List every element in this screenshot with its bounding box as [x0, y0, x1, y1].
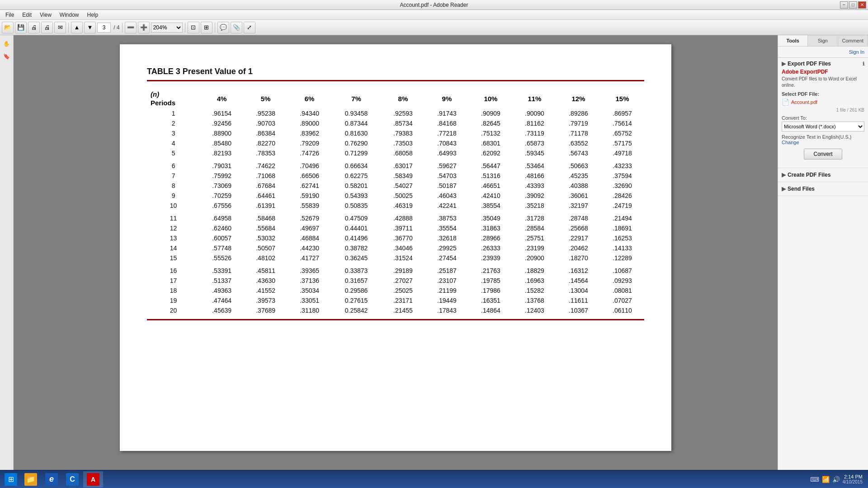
menu-file[interactable]: File: [2, 11, 18, 19]
value-cell: .63017: [381, 160, 425, 171]
convert-button[interactable]: Convert: [804, 149, 842, 160]
taskbar-app-c[interactable]: C: [62, 471, 82, 488]
period-cell: 12: [147, 223, 200, 233]
period-cell: 9: [147, 191, 200, 201]
value-cell: .91743: [425, 108, 469, 118]
value-cell: .34046: [381, 243, 425, 253]
table-row: 7.75992.71068.665060.62275.58349.54703.5…: [147, 171, 644, 181]
toolbar-fit-width[interactable]: ⊞: [201, 22, 212, 33]
value-cell: 0.25842: [331, 305, 381, 315]
start-button[interactable]: ⊞: [2, 471, 20, 488]
value-cell: .50507: [244, 243, 288, 253]
tab-comment[interactable]: Comment: [838, 35, 868, 46]
toolbar-open[interactable]: 📂: [2, 22, 14, 33]
toolbar-sep4: [215, 23, 215, 33]
value-cell: .67684: [244, 181, 288, 191]
toolbar-comment[interactable]: 💬: [217, 22, 229, 33]
value-cell: .45235: [557, 171, 600, 181]
value-cell: .31524: [381, 253, 425, 264]
toolbar-next-page[interactable]: ▼: [84, 22, 96, 33]
value-cell: .59345: [513, 148, 557, 160]
send-files-section[interactable]: ▶ Send Files: [778, 182, 868, 196]
page-number-input[interactable]: [97, 23, 111, 33]
period-cell: 3: [147, 128, 200, 138]
sidebar-bookmark[interactable]: 🔖: [2, 52, 12, 61]
convert-to-select[interactable]: Microsoft Word (*.docx) Microsoft Excel …: [782, 122, 864, 131]
value-cell: .68058: [381, 148, 425, 160]
value-cell: .28748: [557, 212, 600, 223]
value-cell: .12403: [513, 305, 557, 315]
red-rule-bottom: [147, 319, 644, 320]
sign-in-link[interactable]: Sign In: [778, 47, 868, 58]
value-cell: .49718: [600, 148, 644, 160]
file-info: 📄 Account.pdf: [782, 99, 864, 106]
value-cell: .90703: [244, 118, 288, 128]
menu-window[interactable]: Window: [56, 11, 83, 19]
value-cell: .28966: [469, 233, 513, 243]
tab-sign[interactable]: Sign: [808, 35, 838, 46]
restore-button[interactable]: □: [849, 1, 857, 9]
value-cell: .32197: [557, 201, 600, 212]
value-cell: .23171: [381, 296, 425, 305]
tray-keyboard-icon: ⌨: [810, 476, 819, 483]
period-cell: 7: [147, 171, 200, 181]
page-total: / 4: [112, 24, 120, 31]
change-link[interactable]: Change: [782, 140, 799, 145]
toolbar-fit-page[interactable]: ⊡: [188, 22, 199, 33]
sidebar-hand-tool[interactable]: ✋: [2, 39, 12, 49]
export-pdf-header[interactable]: ▶ Export PDF Files ℹ: [782, 61, 864, 67]
toolbar-save[interactable]: 💾: [15, 22, 27, 33]
toolbar-zoom-out[interactable]: ➖: [125, 22, 137, 33]
period-cell: 8: [147, 181, 200, 191]
col-header-11pct: 11%: [513, 89, 557, 108]
table-row: 10.67556.61391.558390.50835.46319.42241.…: [147, 201, 644, 212]
minimize-button[interactable]: −: [840, 1, 848, 9]
close-button[interactable]: ✕: [858, 1, 866, 9]
tab-tools[interactable]: Tools: [778, 35, 808, 46]
value-cell: .82270: [244, 138, 288, 148]
toolbar-expand[interactable]: ⤢: [244, 22, 255, 33]
tray-clock[interactable]: 2:14 PM 4/10/2015: [843, 474, 863, 484]
menu-view[interactable]: View: [36, 11, 55, 19]
toolbar-prev-page[interactable]: ▲: [71, 22, 83, 33]
adobe-label: Adobe ExportPDF: [782, 69, 864, 75]
col-header-8pct: 8%: [381, 89, 425, 108]
value-cell: .18691: [600, 223, 644, 233]
value-cell: .89286: [557, 108, 600, 118]
create-pdf-section[interactable]: ▶ Create PDF Files: [778, 168, 868, 182]
export-pdf-title: Export PDF Files: [788, 61, 831, 67]
export-description: Convert PDF files to to Word or Excel on…: [782, 76, 864, 89]
toolbar-email[interactable]: ✉: [54, 22, 66, 33]
value-cell: .90090: [513, 108, 557, 118]
value-cell: .13004: [557, 286, 600, 296]
toolbar-zoom-in[interactable]: ➕: [138, 22, 150, 33]
toolbar-print-setup[interactable]: 🖨: [28, 22, 40, 33]
toolbar-attach[interactable]: 📎: [231, 22, 242, 33]
period-cell: 1: [147, 108, 200, 118]
adobe-icon: A: [87, 473, 99, 486]
value-cell: .17843: [425, 305, 469, 315]
toolbar-print[interactable]: 🖨: [41, 22, 53, 33]
zoom-select[interactable]: 204% 100% 150% 75%: [151, 23, 183, 33]
table-header-periods: (n) Periods: [147, 89, 200, 108]
menu-help[interactable]: Help: [84, 11, 102, 19]
value-cell: 0.44401: [331, 223, 381, 233]
value-cell: .74726: [288, 148, 331, 160]
value-cell: .31863: [469, 223, 513, 233]
value-cell: .46319: [381, 201, 425, 212]
taskbar-tray: ⌨ 📶 🔊 2:14 PM 4/10/2015: [810, 474, 867, 484]
value-cell: .32618: [425, 233, 469, 243]
menu-edit[interactable]: Edit: [19, 11, 35, 19]
taskbar-ie[interactable]: e: [42, 471, 61, 488]
value-cell: .09293: [600, 276, 644, 286]
taskbar-file-explorer[interactable]: 📁: [21, 471, 41, 488]
table-row: 17.51337.43630.371360.31657.27027.23107.…: [147, 276, 644, 286]
value-cell: .94340: [288, 108, 331, 118]
taskbar-adobe[interactable]: A: [83, 471, 103, 488]
col-header-10pct: 10%: [469, 89, 513, 108]
value-cell: .46651: [469, 181, 513, 191]
toolbar: 📂 💾 🖨 🖨 ✉ ▲ ▼ / 4 ➖ ➕ 204% 100% 150% 75%…: [0, 20, 868, 35]
period-cell: 11: [147, 212, 200, 223]
value-cell: .38554: [469, 201, 513, 212]
value-cell: 0.29586: [331, 286, 381, 296]
